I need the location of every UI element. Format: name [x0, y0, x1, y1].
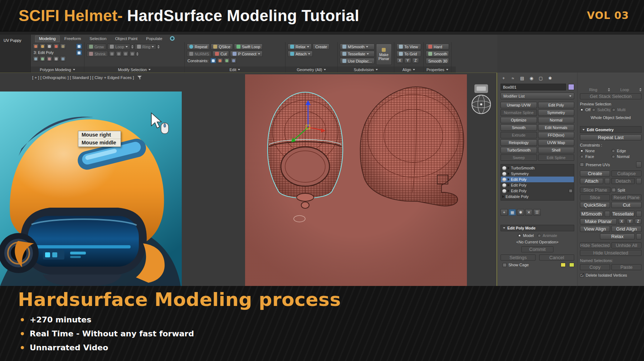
view-align-button[interactable]: View Align — [580, 226, 610, 232]
sweep-button[interactable]: Sweep — [501, 154, 537, 161]
align-x-button[interactable]: X — [396, 58, 403, 63]
polygon-mode-icon[interactable] — [53, 44, 59, 49]
attach-button[interactable]: Attach — [580, 178, 603, 184]
modifier-list-dropdown[interactable]: Modifier List — [501, 93, 574, 99]
loop-shift-icon[interactable] — [109, 51, 115, 56]
viewport-navigation-gyro[interactable] — [469, 84, 493, 115]
visibility-icon[interactable] — [502, 172, 506, 176]
pin-stack-icon[interactable]: ⌖ — [501, 209, 508, 216]
tessellate-settings-icon[interactable] — [636, 211, 641, 217]
group-label-align[interactable]: Align — [394, 66, 423, 73]
nurms-button[interactable]: NURMS — [187, 51, 211, 57]
create-geometry-button[interactable]: Create — [580, 170, 610, 177]
visibility-icon[interactable] — [502, 178, 506, 182]
group-label-modify-selection[interactable]: Modify Selection — [84, 66, 184, 73]
dot-ring-icon[interactable] — [130, 51, 135, 56]
animate-radio[interactable]: Animate — [537, 233, 557, 238]
grow-button[interactable]: Grow — [87, 44, 106, 50]
configure-modifier-sets-icon[interactable]: ☰ — [533, 209, 541, 216]
stack-item-edit-poly-2[interactable]: Edit Poly — [501, 182, 574, 188]
reset-plane-button[interactable]: Reset Plane — [611, 194, 641, 201]
msmooth-settings-icon[interactable] — [605, 211, 610, 217]
relax-button[interactable]: Relax — [288, 44, 312, 50]
make-unique-icon[interactable]: ✱ — [517, 209, 524, 216]
planar-x-button[interactable]: X — [618, 219, 625, 224]
create-button[interactable]: Create — [313, 44, 330, 50]
split-checkbox[interactable]: Split — [612, 188, 641, 192]
edit-normals-button[interactable]: Edit Normals — [538, 124, 575, 131]
element-mode-icon[interactable] — [60, 44, 66, 49]
unwrap-uvw-button[interactable]: Unwrap UVW — [501, 102, 537, 108]
pm-tool-icon-1[interactable] — [33, 56, 39, 61]
extrude-button[interactable]: Extrude — [501, 132, 537, 138]
loop-spinner[interactable] — [639, 88, 641, 92]
shift-spinner[interactable] — [136, 52, 138, 56]
edge-mode-icon[interactable] — [40, 44, 45, 49]
model-radio[interactable]: Model — [518, 233, 534, 238]
cut-button[interactable]: Cut — [611, 202, 641, 208]
display-tab-icon[interactable]: ▢ — [538, 75, 544, 81]
expand-icon[interactable] — [508, 178, 509, 181]
ffd-box-button[interactable]: FFD(box) — [538, 132, 575, 138]
edit-poly-mode-header[interactable]: Edit Poly Mode — [501, 225, 574, 231]
ring-spinner[interactable] — [157, 45, 160, 49]
uvw-map-button[interactable]: UVW Map — [538, 139, 575, 146]
ring-button[interactable]: Ring — [135, 44, 157, 50]
preserve-uvs-checkbox[interactable]: Preserve UVs — [580, 163, 610, 167]
visibility-icon[interactable] — [502, 189, 506, 193]
group-label-geometry[interactable]: Geometry (All) — [286, 66, 337, 73]
preview-subobj-radio[interactable]: SubObj — [592, 108, 610, 112]
to-view-button[interactable]: To View — [396, 44, 421, 50]
detach-button[interactable]: Detach — [611, 178, 635, 184]
pm-tool-icon-5[interactable] — [60, 56, 66, 61]
cut-button[interactable]: Cut — [213, 51, 229, 57]
p-connect-button[interactable]: P Connect — [230, 51, 262, 57]
unhide-all-button[interactable]: Unhide All — [611, 242, 641, 248]
expand-icon[interactable] — [508, 189, 509, 192]
delete-isolated-vertices-checkbox[interactable]: Delete Isolated Vertices — [580, 273, 627, 277]
dot-loop-icon[interactable] — [123, 51, 128, 56]
slice-plane-button[interactable]: Slice Plane — [580, 187, 610, 193]
create-tab-icon[interactable]: + — [501, 75, 507, 81]
show-cage-checkbox[interactable]: Show Cage — [503, 263, 529, 267]
relax-settings-icon[interactable] — [636, 233, 641, 239]
relax-button[interactable]: Relax — [600, 233, 635, 239]
edit-spline-button[interactable]: Edit Spline — [538, 154, 575, 161]
constraint-edge-icon[interactable] — [217, 58, 223, 63]
edit-geometry-header[interactable]: Edit Geometry — [580, 126, 641, 133]
align-y-button[interactable]: Y — [404, 58, 411, 63]
shell-button[interactable]: Shell — [538, 147, 575, 153]
smooth-modifier-button[interactable]: Smooth — [501, 124, 537, 131]
detach-settings-icon[interactable] — [636, 178, 641, 184]
preview-multi-radio[interactable]: Multi — [612, 108, 625, 112]
attach-settings-icon[interactable] — [605, 178, 610, 184]
shrink-button[interactable]: Shrink — [87, 51, 108, 57]
turbosmooth-button[interactable]: TurboSmooth — [501, 147, 537, 153]
paste-button[interactable]: Paste — [611, 264, 641, 270]
motion-tab-icon[interactable]: ◉ — [528, 75, 535, 81]
get-stack-selection-button[interactable]: Get Stack Selection — [580, 93, 641, 99]
tab-freeform[interactable]: Freeform — [60, 35, 85, 42]
stack-item-symmetry[interactable]: Symmetry — [501, 171, 574, 177]
swift-loop-button[interactable]: Swift Loop — [234, 44, 263, 50]
use-displacement-button[interactable]: Use Displac... — [340, 58, 375, 64]
stack-item-edit-poly-selected[interactable]: Edit Poly — [501, 177, 574, 182]
constraint-face-icon[interactable] — [224, 58, 230, 63]
repeat-button[interactable]: Repeat — [187, 44, 210, 50]
pm-tool-icon-2[interactable] — [40, 56, 45, 61]
object-color-swatch[interactable] — [568, 84, 574, 90]
visibility-icon[interactable] — [502, 183, 506, 187]
qslice-button[interactable]: QSlice — [211, 44, 233, 50]
normal-button[interactable]: Normal — [538, 117, 575, 123]
slice-button[interactable]: Slice — [580, 194, 610, 201]
stack-item-turbosmooth[interactable]: TurboSmooth — [501, 165, 574, 171]
tab-populate[interactable]: Populate — [142, 35, 166, 42]
stack-item-settings-icon[interactable] — [569, 189, 572, 193]
smooth-button[interactable]: Smooth — [426, 51, 449, 57]
use-stack-selection-icon[interactable] — [76, 44, 82, 49]
constraint-face-radio[interactable]: Face — [580, 154, 610, 159]
collapse-button[interactable]: Collapse — [611, 170, 641, 177]
hierarchy-tab-icon[interactable]: ▤ — [519, 75, 525, 81]
ribbon-config-icon[interactable] — [170, 36, 175, 41]
copy-button[interactable]: Copy — [580, 264, 610, 270]
